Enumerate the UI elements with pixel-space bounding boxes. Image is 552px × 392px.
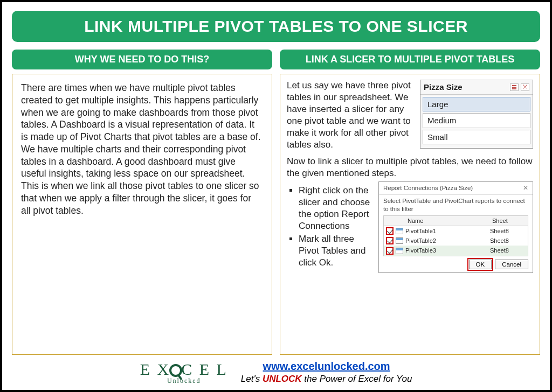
slicer-item-medium[interactable]: Medium [423,113,530,128]
intro-text: Let us say we have three pivot tables in… [287,80,415,151]
row-sheet: Sheet8 [490,246,528,255]
footer-text: www.excelunlocked.com Let's UNLOCK the P… [241,360,412,384]
page-frame: LINK MULTIPLE PIVOT TABLES TO ONE SLICER… [0,0,552,392]
table-row[interactable]: PivotTable3 Sheet8 [384,246,528,255]
step-1: Right click on the slicer and choose the… [299,185,373,232]
slicer-title: Pizza Size [424,82,463,93]
website-link[interactable]: www.excelunlocked.com [263,360,390,372]
row-name: PivotTable3 [405,246,490,255]
row-sheet: Sheet8 [490,226,528,236]
slicer-toolbar [510,83,529,91]
left-paragraph-3: This is when we link all those pivot tab… [21,180,263,216]
steps-list: Right click on the slicer and choose the… [299,185,373,269]
multiselect-icon[interactable] [510,83,519,91]
checkbox-icon[interactable] [386,227,394,235]
page-title: LINK MULTIPLE PIVOT TABLES TO ONE SLICER [12,11,540,42]
ok-button[interactable]: OK [469,260,492,269]
slicer-header: Pizza Size [420,80,533,95]
step-2: Mark all three Pivot Tables and click Ok… [299,233,373,269]
col-sheet: Sheet [490,216,528,226]
left-heading: WHY WE NEED TO DO THIS? [12,50,272,69]
checkbox-icon[interactable] [386,247,394,255]
left-body: There are times when we have multiple pi… [12,74,272,355]
left-paragraph-2: We have multiple charts and their corres… [21,143,263,180]
steps-row: Right click on the slicer and choose the… [287,181,533,273]
col-name: Name [405,216,490,226]
left-column: WHY WE NEED TO DO THIS? There are times … [12,50,272,355]
dialog-table: Name Sheet PivotTable1 Sheet8 [383,215,528,256]
close-icon[interactable]: ✕ [523,184,528,192]
dialog-buttons: OK Cancel [379,256,533,272]
magnifier-icon [169,364,182,377]
intro-row: Let us say we have three pivot tables in… [287,80,533,151]
tagline: Let's UNLOCK the Power of Excel for You [241,374,412,384]
footer: E XC E L Unlocked www.excelunlocked.com … [12,355,540,384]
cancel-button[interactable]: Cancel [495,260,528,269]
table-row[interactable]: PivotTable1 Sheet8 [384,226,528,236]
pivot-icon [396,228,403,234]
table-row[interactable]: PivotTable2 Sheet8 [384,236,528,246]
table-header: Name Sheet [384,216,528,226]
right-heading: LINK A SLICER TO MULTIPLE PIVOT TABLES [280,50,540,69]
row-name: PivotTable1 [405,226,490,236]
right-column: LINK A SLICER TO MULTIPLE PIVOT TABLES L… [280,50,540,355]
logo-subtext: Unlocked [140,377,228,384]
slicer-items: Large Medium Small [420,95,533,149]
checkbox-icon[interactable] [386,237,394,244]
mid-text: Now to link a slicer to multiple pivot t… [287,156,533,179]
left-paragraph-1: There are times when we have multiple pi… [21,82,263,143]
row-sheet: Sheet8 [490,236,528,246]
logo: E XC E L Unlocked [140,361,228,384]
clear-filter-icon[interactable] [521,83,529,91]
row-name: PivotTable2 [405,236,490,246]
right-body: Let us say we have three pivot tables in… [280,74,540,355]
tagline-emphasis: UNLOCK [263,374,302,384]
slicer-panel[interactable]: Pizza Size Large Medium Small [420,80,533,149]
slicer-item-large[interactable]: Large [423,97,530,112]
dialog-title-text: Report Connections (Pizza Size) [383,184,473,192]
tagline-post: the Power of Excel for You [302,374,412,384]
steps-list-wrap: Right click on the slicer and choose the… [287,181,373,270]
dialog-titlebar: Report Connections (Pizza Size) ✕ [379,182,533,195]
pivot-icon [396,237,403,244]
pivot-icon [396,248,403,254]
report-connections-dialog: Report Connections (Pizza Size) ✕ Select… [378,181,533,273]
tagline-pre: Let's [241,374,263,384]
content-columns: WHY WE NEED TO DO THIS? There are times … [12,50,540,355]
slicer-item-small[interactable]: Small [423,130,530,145]
dialog-subtitle: Select PivotTable and PivotChart reports… [379,195,533,215]
